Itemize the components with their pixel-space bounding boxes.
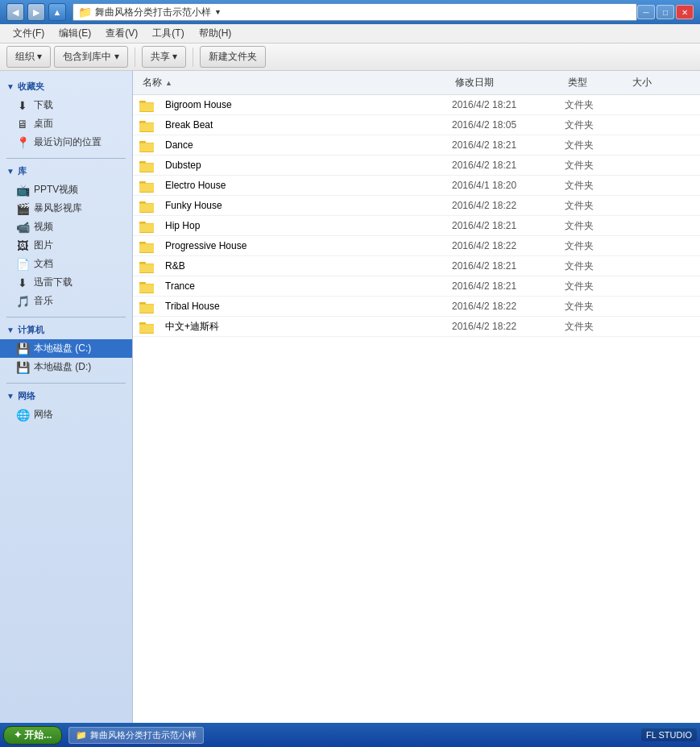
sidebar: ▼ 收藏夹 ⬇ 下载 🖥 桌面 📍 最近访问的位置 ▼ 库 bbox=[0, 71, 133, 723]
organize-button[interactable]: 组织 ▾ bbox=[6, 46, 51, 68]
sidebar-item-thunder-label: 迅雷下载 bbox=[34, 276, 72, 289]
network-label: 网络 bbox=[18, 390, 35, 402]
table-row[interactable]: Trance 2016/4/2 18:21 文件夹 bbox=[133, 276, 700, 297]
sidebar-item-music[interactable]: 🎵 音乐 bbox=[0, 292, 132, 310]
library-arrow-icon: ▼ bbox=[6, 167, 14, 176]
svg-rect-7 bbox=[139, 123, 154, 131]
sidebar-item-video-label: 视频 bbox=[34, 220, 53, 234]
thunder-icon: ⬇ bbox=[16, 276, 29, 289]
file-type: 文件夹 bbox=[565, 300, 629, 313]
file-name-text: Hip Hop bbox=[165, 220, 200, 231]
up-button[interactable]: ▲ bbox=[48, 3, 66, 21]
sidebar-favorites-header[interactable]: ▼ 收藏夹 bbox=[0, 77, 132, 96]
sidebar-network-section: ▼ 网络 🌐 网络 bbox=[0, 387, 132, 424]
back-button[interactable]: ◀ bbox=[6, 3, 24, 21]
folder-nav-icon: 📁 bbox=[78, 6, 92, 19]
drive-d-icon: 💾 bbox=[16, 361, 29, 374]
table-row[interactable]: Hip Hop 2016/4/2 18:21 文件夹 bbox=[133, 216, 700, 236]
drive-c-icon: 💾 bbox=[16, 342, 29, 355]
sidebar-item-baofeng[interactable]: 🎬 暴风影视库 bbox=[0, 199, 132, 218]
sidebar-item-pptv-label: PPTV视频 bbox=[34, 183, 78, 197]
file-name-text: Electro House bbox=[165, 180, 226, 191]
toolbar: 组织 ▾ 包含到库中 ▾ 共享 ▾ 新建文件夹 bbox=[0, 44, 700, 71]
col-name-header[interactable]: 名称 ▲ bbox=[139, 74, 452, 91]
sidebar-network-header[interactable]: ▼ 网络 bbox=[0, 387, 132, 405]
folder-icon bbox=[139, 319, 157, 334]
sidebar-item-download[interactable]: ⬇ 下载 bbox=[0, 96, 132, 114]
table-row[interactable]: Break Beat 2016/4/2 18:05 文件夹 bbox=[133, 115, 700, 135]
table-row[interactable]: Electro House 2016/4/1 18:20 文件夹 bbox=[133, 176, 700, 196]
sidebar-item-network-label: 网络 bbox=[34, 408, 53, 421]
maximize-button[interactable]: □ bbox=[657, 5, 674, 19]
sidebar-item-download-label: 下载 bbox=[34, 98, 53, 112]
menu-edit[interactable]: 编辑(E) bbox=[52, 25, 97, 42]
file-name-text: 中文+迪斯科 bbox=[165, 320, 219, 334]
computer-arrow-icon: ▼ bbox=[6, 326, 14, 334]
file-date: 2016/4/2 18:21 bbox=[452, 160, 565, 171]
menu-tools[interactable]: 工具(T) bbox=[146, 25, 190, 42]
file-list: Bigroom House 2016/4/2 18:21 文件夹 Break B… bbox=[133, 95, 700, 337]
sidebar-item-thunder[interactable]: ⬇ 迅雷下载 bbox=[0, 273, 132, 292]
menu-file[interactable]: 文件(F) bbox=[6, 25, 51, 42]
file-date: 2016/4/2 18:21 bbox=[452, 260, 565, 272]
svg-rect-3 bbox=[139, 103, 154, 111]
menu-help[interactable]: 帮助(H) bbox=[193, 25, 238, 42]
taskbar-window-item[interactable]: 📁 舞曲风格分类打击示范小样 bbox=[68, 727, 204, 744]
library-label: 库 bbox=[18, 165, 27, 177]
share-button[interactable]: 共享 ▾ bbox=[142, 46, 186, 68]
col-type-header[interactable]: 类型 bbox=[565, 74, 629, 91]
sidebar-item-network[interactable]: 🌐 网络 bbox=[0, 405, 132, 424]
file-name-text: Break Beat bbox=[165, 119, 213, 131]
col-date-header[interactable]: 修改日期 bbox=[452, 74, 565, 91]
folder-icon bbox=[139, 239, 157, 253]
sidebar-item-pictures[interactable]: 🖼 图片 bbox=[0, 236, 132, 255]
file-type: 文件夹 bbox=[565, 159, 629, 172]
table-row[interactable]: Tribal House 2016/4/2 18:22 文件夹 bbox=[133, 297, 700, 317]
sidebar-item-documents[interactable]: 📄 文档 bbox=[0, 255, 132, 273]
col-size-header[interactable]: 大小 bbox=[629, 74, 694, 91]
new-folder-button[interactable]: 新建文件夹 bbox=[200, 46, 266, 68]
svg-rect-11 bbox=[139, 143, 154, 151]
sort-arrow-icon: ▲ bbox=[165, 79, 172, 87]
file-name-text: Tribal House bbox=[165, 301, 220, 312]
folder-icon bbox=[139, 259, 157, 273]
close-button[interactable]: ✕ bbox=[676, 5, 694, 19]
sidebar-item-baofeng-label: 暴风影视库 bbox=[34, 201, 82, 215]
minimize-button[interactable]: ─ bbox=[637, 5, 655, 19]
table-row[interactable]: Dubstep 2016/4/2 18:21 文件夹 bbox=[133, 156, 700, 176]
recent-icon: 📍 bbox=[16, 136, 29, 149]
sidebar-item-desktop[interactable]: 🖥 桌面 bbox=[0, 114, 132, 133]
table-row[interactable]: Funky House 2016/4/2 18:22 文件夹 bbox=[133, 196, 700, 216]
table-row[interactable]: 中文+迪斯科 2016/4/2 18:22 文件夹 bbox=[133, 317, 700, 337]
table-row[interactable]: R&B 2016/4/2 18:21 文件夹 bbox=[133, 256, 700, 276]
sidebar-item-drive-c[interactable]: 💾 本地磁盘 (C:) bbox=[0, 339, 132, 358]
sidebar-item-drive-d[interactable]: 💾 本地磁盘 (D:) bbox=[0, 358, 132, 376]
start-button[interactable]: ✦ 开始... bbox=[3, 726, 62, 745]
table-row[interactable]: Progressive House 2016/4/2 18:22 文件夹 bbox=[133, 236, 700, 256]
include-button[interactable]: 包含到库中 ▾ bbox=[54, 46, 127, 68]
file-name-text: Dance bbox=[165, 139, 193, 151]
sidebar-computer-header[interactable]: ▼ 计算机 bbox=[0, 321, 132, 339]
address-bar[interactable]: 📁 舞曲风格分类打击示范小样 ▼ bbox=[72, 3, 637, 21]
sidebar-divider-1 bbox=[6, 158, 126, 159]
folder-icon bbox=[139, 299, 157, 313]
sidebar-item-pptv[interactable]: 📺 PPTV视频 bbox=[0, 181, 132, 199]
table-row[interactable]: Bigroom House 2016/4/2 18:21 文件夹 bbox=[133, 95, 700, 115]
sidebar-item-recent[interactable]: 📍 最近访问的位置 bbox=[0, 133, 132, 151]
svg-rect-47 bbox=[139, 325, 154, 333]
sidebar-library-header[interactable]: ▼ 库 bbox=[0, 162, 132, 181]
main-layout: ▼ 收藏夹 ⬇ 下载 🖥 桌面 📍 最近访问的位置 ▼ 库 bbox=[0, 71, 700, 723]
address-dropdown-icon[interactable]: ▼ bbox=[214, 8, 222, 16]
favorites-label: 收藏夹 bbox=[18, 81, 44, 93]
sidebar-item-video[interactable]: 📹 视频 bbox=[0, 218, 132, 236]
file-type: 文件夹 bbox=[565, 280, 629, 293]
file-type: 文件夹 bbox=[565, 139, 629, 152]
menu-view[interactable]: 查看(V) bbox=[99, 25, 144, 42]
network-icon: 🌐 bbox=[16, 409, 29, 421]
forward-button[interactable]: ▶ bbox=[27, 3, 45, 21]
sidebar-item-pictures-label: 图片 bbox=[34, 239, 53, 252]
table-row[interactable]: Dance 2016/4/2 18:21 文件夹 bbox=[133, 135, 700, 156]
file-type: 文件夹 bbox=[565, 199, 629, 213]
file-type: 文件夹 bbox=[565, 320, 629, 334]
music-icon: 🎵 bbox=[16, 295, 29, 308]
